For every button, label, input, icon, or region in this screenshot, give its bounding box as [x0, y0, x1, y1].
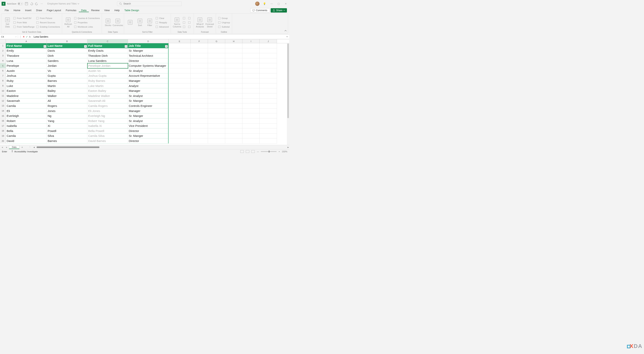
cell[interactable] — [168, 88, 191, 93]
row-header[interactable]: 18 — [0, 128, 6, 134]
name-box[interactable]: C4 — [0, 36, 18, 38]
cell[interactable]: Manager — [128, 88, 168, 93]
cell[interactable] — [168, 78, 191, 83]
cell[interactable] — [225, 48, 242, 53]
cell[interactable] — [168, 103, 191, 108]
row-header[interactable]: 5 — [0, 63, 6, 68]
cell[interactable] — [168, 48, 191, 53]
ribbon-button[interactable]: Refresh All — [64, 14, 72, 30]
comments-button[interactable]: Comments — [250, 8, 270, 12]
minimize-button[interactable]: — — [270, 2, 274, 6]
cell[interactable]: Manager — [128, 78, 168, 83]
cell[interactable] — [208, 124, 225, 129]
cell[interactable]: Ruby — [6, 78, 47, 83]
cell[interactable]: Eli — [6, 108, 47, 114]
autosave-toggle[interactable]: AutoSave Off — [7, 2, 23, 5]
cell[interactable]: Camila Rogers — [88, 103, 128, 108]
cancel-icon[interactable]: ✕ — [23, 35, 25, 38]
cell[interactable] — [260, 88, 277, 93]
cell[interactable] — [225, 43, 242, 48]
row-header[interactable]: 2 — [0, 48, 6, 53]
zoom-level[interactable]: 150% — [282, 150, 287, 153]
formula-input[interactable] — [32, 35, 285, 38]
cell[interactable] — [191, 48, 208, 53]
cell[interactable]: Ruby Barnes — [88, 78, 128, 83]
cell[interactable] — [260, 73, 277, 78]
cell[interactable]: Powell — [47, 128, 88, 134]
enter-icon[interactable]: ✓ — [26, 35, 28, 38]
cell[interactable]: Dinh — [47, 53, 88, 58]
cell[interactable] — [225, 58, 242, 63]
cell[interactable] — [225, 134, 242, 139]
formula-expand-icon[interactable] — [285, 35, 289, 38]
ribbon-button[interactable]: Reapply — [156, 20, 169, 24]
ribbon-button[interactable]: Properties — [74, 20, 100, 24]
cell[interactable]: Vo — [47, 68, 88, 73]
cell[interactable] — [225, 73, 242, 78]
cell[interactable]: Joshua Gupta — [88, 73, 128, 78]
fx-icon[interactable]: fx — [29, 36, 31, 38]
cell[interactable]: Everleigh Ng — [88, 113, 128, 118]
sheet-tab[interactable]: Data — [9, 145, 20, 149]
cell[interactable] — [225, 98, 242, 104]
ribbon-button[interactable]: Sort — [136, 14, 144, 30]
cell[interactable]: Theodore — [6, 53, 47, 58]
row-header[interactable]: 8 — [0, 78, 6, 83]
cell[interactable]: Bailey — [47, 88, 88, 93]
ribbon-button[interactable]: Clear — [156, 16, 169, 20]
row-header[interactable]: 4 — [0, 58, 6, 63]
cell[interactable] — [191, 98, 208, 104]
cell[interactable]: Ng — [47, 113, 88, 118]
cell[interactable]: Gupta — [47, 73, 88, 78]
cell[interactable] — [242, 43, 260, 48]
table-header-cell[interactable]: Job Title — [128, 43, 168, 48]
cell[interactable] — [208, 138, 225, 143]
cell[interactable] — [208, 103, 225, 108]
undo-icon[interactable] — [30, 2, 33, 5]
cell[interactable]: Jones — [47, 108, 88, 114]
ribbon-button[interactable] — [188, 16, 192, 20]
cell[interactable]: Easton Bailey — [88, 88, 128, 93]
cell[interactable]: Controls Engineer — [128, 103, 168, 108]
hscroll-left[interactable]: ◄ — [33, 146, 35, 148]
cell[interactable]: Silva — [47, 134, 88, 139]
search-input[interactable] — [124, 2, 180, 5]
cell[interactable] — [168, 98, 191, 104]
cell[interactable] — [191, 58, 208, 63]
filter-dropdown-icon[interactable] — [125, 45, 128, 48]
cell[interactable]: Isabella Xi — [88, 124, 128, 129]
cell[interactable] — [242, 68, 260, 73]
cell[interactable] — [260, 124, 277, 129]
cell[interactable]: Madeline Walker — [88, 93, 128, 98]
cell[interactable] — [208, 43, 225, 48]
column-header[interactable]: E — [168, 39, 191, 43]
cell[interactable] — [225, 138, 242, 143]
cell[interactable] — [208, 68, 225, 73]
zoom-in-button[interactable]: + — [278, 150, 280, 153]
cell[interactable] — [208, 128, 225, 134]
cell[interactable]: Bella — [6, 128, 47, 134]
hscroll-right[interactable]: ► — [287, 146, 289, 148]
cell[interactable] — [260, 113, 277, 118]
cell[interactable] — [191, 108, 208, 114]
cell[interactable] — [242, 128, 260, 134]
row-header[interactable]: 6 — [0, 68, 6, 73]
cell[interactable] — [242, 138, 260, 143]
cell[interactable] — [242, 113, 260, 118]
cell[interactable] — [168, 128, 191, 134]
cell[interactable] — [191, 128, 208, 134]
cell[interactable] — [208, 108, 225, 114]
cell[interactable]: Eli Jones — [88, 108, 128, 114]
row-header[interactable]: 1 — [0, 43, 6, 48]
cell[interactable]: David Barnes — [88, 138, 128, 143]
sheet-nav-prev[interactable]: ◄ — [0, 146, 4, 148]
cell[interactable] — [191, 93, 208, 98]
cell[interactable] — [260, 108, 277, 114]
ribbon-button[interactable]: Ungroup — [218, 20, 230, 24]
cell[interactable]: Jordan — [47, 63, 88, 68]
table-header-cell[interactable]: First Name — [6, 43, 47, 48]
cell[interactable] — [242, 98, 260, 104]
cell[interactable] — [225, 63, 242, 68]
cell[interactable]: Manager — [128, 108, 168, 114]
cell[interactable] — [208, 134, 225, 139]
